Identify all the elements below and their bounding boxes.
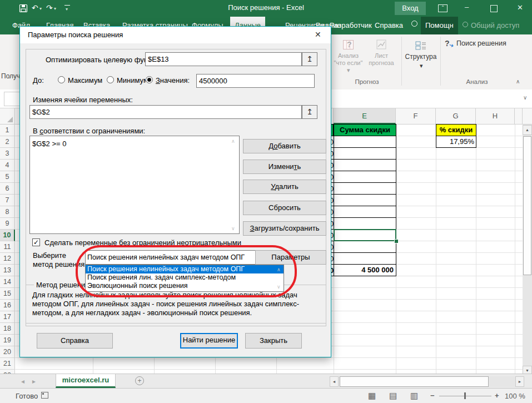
method-combobox[interactable]: Поиск решения нелинейных задач методом О… <box>85 250 284 265</box>
load-save-button[interactable]: Загрузить/сохранить <box>243 221 326 236</box>
get-data-button-partial[interactable]: Получить <box>1 72 19 81</box>
row-header-15[interactable]: 15 <box>0 288 15 300</box>
row-header-10[interactable]: 10 <box>0 230 15 241</box>
column-header-F[interactable]: F <box>396 108 436 124</box>
row-header-16[interactable]: 16 <box>0 300 15 311</box>
objective-range-select-button[interactable]: ↥ <box>302 52 317 66</box>
method-option-1[interactable]: Поиск решения лин. задач симплекс-методо… <box>86 273 284 282</box>
row-header-20[interactable]: 20 <box>0 346 15 358</box>
close-button[interactable]: Закрыть <box>245 333 302 349</box>
method-option-2[interactable]: Эволюционный поиск решения <box>86 282 284 290</box>
normal-view-icon[interactable]: ▦ <box>368 391 376 401</box>
row-header-21[interactable]: 21 <box>0 358 15 370</box>
variables-field[interactable]: $G$2 <box>29 105 302 119</box>
reset-button[interactable]: Сбросить <box>243 201 326 215</box>
tab-assistant[interactable]: Помощн <box>421 17 458 34</box>
sign-in-button[interactable]: Вход <box>395 2 426 15</box>
method-list-scroll-up-icon[interactable]: ∧ <box>277 267 281 272</box>
options-button[interactable]: Параметры <box>255 250 326 265</box>
collapse-ribbon-icon[interactable]: ∧ <box>516 78 520 84</box>
row-header-3[interactable]: 3 <box>0 148 15 160</box>
solve-button[interactable]: Найти решение <box>180 333 238 349</box>
scroll-up-button[interactable]: ▲ <box>523 125 532 135</box>
ribbon-display-options-icon[interactable]: ⌃ <box>438 4 448 12</box>
column-header-partial[interactable] <box>331 108 334 124</box>
method-list-scroll-down-icon[interactable]: ∨ <box>277 284 281 290</box>
row-header-13[interactable]: 13 <box>0 265 15 276</box>
name-box[interactable] <box>4 92 21 106</box>
minimize-icon[interactable]: – <box>465 3 469 11</box>
zoom-slider-thumb[interactable] <box>464 392 466 399</box>
row-header-19[interactable]: 19 <box>0 335 15 346</box>
constraints-scroll-down-icon[interactable]: ∨ <box>231 226 235 231</box>
zoom-in-button[interactable]: + <box>495 391 499 400</box>
row-header-7[interactable]: 7 <box>0 195 15 206</box>
row-header-14[interactable]: 14 <box>0 276 15 288</box>
structure-button[interactable]: Структура ▾ <box>405 37 437 87</box>
radio-value-label[interactable]: Значения: <box>156 76 190 84</box>
add-button[interactable]: Добавить <box>243 139 326 153</box>
delete-button[interactable]: Удалить <box>243 180 326 194</box>
row-header-11[interactable]: 11 <box>0 241 15 253</box>
solver-button[interactable]: ? ➔ Поиск решения <box>445 39 517 50</box>
column-header-E[interactable]: E <box>334 108 396 124</box>
column-header-G[interactable]: G <box>436 108 476 124</box>
scroll-left-button[interactable]: ◄ <box>330 376 339 387</box>
radio-max-label[interactable]: Максимум <box>68 76 102 84</box>
page-layout-view-icon[interactable]: ▤ <box>389 391 397 401</box>
tab-9[interactable]: Справка <box>370 17 407 34</box>
change-button[interactable]: Изменить <box>243 160 326 174</box>
select-all-button[interactable] <box>0 108 15 124</box>
constraint-item[interactable]: $G$2 >= 0 <box>32 137 237 150</box>
non-negative-checkbox-label[interactable]: Сделать переменные без ограничений неотр… <box>44 238 241 247</box>
row-header-1[interactable]: 1 <box>0 125 15 136</box>
target-value-field[interactable]: 4500000 <box>196 74 315 88</box>
row-header-2[interactable]: 2 <box>0 136 15 148</box>
zoom-out-button[interactable]: − <box>430 391 435 400</box>
column-header-H[interactable]: H <box>476 108 515 124</box>
method-dropdown-list[interactable]: Поиск решения нелинейных задач методом О… <box>85 265 284 292</box>
non-negative-checkbox[interactable]: ✓ <box>32 238 40 246</box>
method-option-0[interactable]: Поиск решения нелинейных задач методом О… <box>86 265 284 273</box>
sheet-next-icon[interactable]: ▸ <box>32 377 36 385</box>
row-header-18[interactable]: 18 <box>0 323 15 335</box>
vertical-scroll-thumb[interactable] <box>523 136 531 275</box>
formula-expand-icon[interactable]: ∨ <box>523 94 527 101</box>
tab-helper[interactable] <box>410 17 419 34</box>
horizontal-scroll-thumb[interactable] <box>340 376 489 387</box>
constraints-listbox[interactable]: $G$2 >= 0 <box>29 136 240 234</box>
vertical-scrollbar[interactable]: ▲ ▼ <box>523 125 532 376</box>
close-icon[interactable]: ✕ <box>517 3 523 12</box>
help-button[interactable]: Справка <box>37 333 113 349</box>
row-header-4[interactable]: 4 <box>0 160 15 171</box>
row-header-9[interactable]: 9 <box>0 218 15 230</box>
maximize-icon[interactable] <box>490 5 498 12</box>
tab-8[interactable]: Разработчик <box>325 17 376 34</box>
share-button[interactable]: Общий доступ <box>458 17 524 34</box>
row-header-5[interactable]: 5 <box>0 171 15 183</box>
row-header-17[interactable]: 17 <box>0 311 15 323</box>
sheet-tab-active[interactable]: microexcel.ru <box>56 374 116 388</box>
constraints-scroll-up-icon[interactable]: ∧ <box>231 138 235 144</box>
scroll-right-button[interactable]: ► <box>515 376 524 387</box>
radio-min[interactable] <box>107 76 114 83</box>
sheet-prev-icon[interactable]: ◂ <box>21 377 24 385</box>
zoom-level-label[interactable]: 100 % <box>505 392 525 400</box>
radio-max[interactable] <box>58 76 65 83</box>
macro-record-icon[interactable] <box>41 392 48 399</box>
row-header-8[interactable]: 8 <box>0 206 15 218</box>
column-header-partial[interactable] <box>515 108 523 124</box>
radio-min-label[interactable]: Минимум <box>117 76 146 84</box>
add-sheet-button[interactable]: + <box>135 376 144 385</box>
objective-field[interactable]: $E$13 <box>145 52 302 66</box>
radio-value-of[interactable] <box>146 76 153 83</box>
dialog-title-bar[interactable]: Параметры поиска решения ✕ <box>20 27 331 43</box>
dialog-close-icon[interactable]: ✕ <box>315 30 321 39</box>
variables-range-select-button[interactable]: ↥ <box>302 105 317 119</box>
row-header-6[interactable]: 6 <box>0 183 15 195</box>
page-break-view-icon[interactable]: ▥ <box>410 391 418 401</box>
person-add-icon <box>463 22 468 27</box>
row-header-22[interactable]: 22 <box>0 370 15 374</box>
horizontal-scrollbar[interactable]: ◄ ► <box>330 376 524 387</box>
row-header-12[interactable]: 12 <box>0 253 15 265</box>
